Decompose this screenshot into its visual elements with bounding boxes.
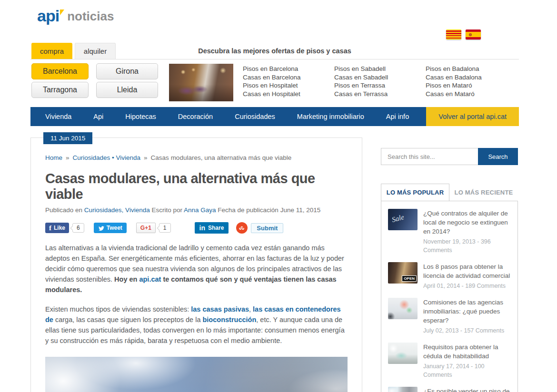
bioconstruccion-link[interactable]: bioconstrucción: [202, 316, 256, 323]
link-pisos-badalona[interactable]: Pisos en Badalona: [426, 65, 517, 73]
casas-pasivas-link[interactable]: las casas pasivas: [191, 305, 249, 313]
post-meta: January 17, 2014 - 100 Comments: [423, 362, 511, 379]
property-links: Pisos en Barcelona Casas en Barcelona Pi…: [243, 65, 517, 102]
post-thumbnail-hands: [388, 298, 418, 319]
nav-item-api[interactable]: Api: [86, 113, 110, 120]
search-input[interactable]: [381, 148, 478, 165]
popular-post-1[interactable]: Sale ¿Qué contratos de alquiler de local…: [381, 201, 517, 255]
header-slogan: Descubra las mejores ofertas de pisos y …: [30, 47, 519, 55]
post-title: Requisitos para obtener la cédula de hab…: [423, 343, 511, 361]
social-share-row: fLike 6 Tweet G+1 1 inShare Submit: [45, 222, 348, 234]
link-casas-terrassa[interactable]: Casas en Terrassa: [334, 90, 426, 98]
link-pisos-hospitalet[interactable]: Pisos en Hospitalet: [243, 81, 334, 90]
tab-lo-mas-reciente[interactable]: LO MÁS RECIENTE: [449, 184, 518, 201]
nav-item-marketing[interactable]: Marketing inmobiliario: [290, 113, 371, 120]
link-pisos-sabadell[interactable]: Pisos en Sabadell: [334, 65, 426, 73]
link-pisos-terrassa[interactable]: Pisos en Terrassa: [334, 81, 426, 90]
property-search-band: Barcelona Girona Tarragona Lleida Pisos …: [30, 63, 519, 102]
post-title: ¿Es posible vender un piso de protección…: [423, 387, 511, 392]
link-casas-badalona[interactable]: Casas en Badalona: [426, 73, 517, 82]
main-navbar: Vivienda Api Hipotecas Decoración Curios…: [30, 107, 519, 126]
nav-item-decoracion[interactable]: Decoración: [171, 113, 220, 120]
post-thumbnail-sale: Sale: [388, 209, 418, 230]
stumbleupon-submit-button[interactable]: Submit: [251, 223, 283, 233]
post-title: Comisiones de las agencias inmobiliarias…: [423, 298, 511, 325]
city-buttons: Barcelona Girona Tarragona Lleida: [31, 63, 158, 102]
link-casas-barcelona[interactable]: Casas en Barcelona: [243, 73, 334, 82]
apartment-photo-thumbnail[interactable]: [169, 64, 233, 101]
post-meta: July 02, 2013 - 157 Comments: [423, 326, 511, 335]
pubdate-value: June 11, 2015: [280, 206, 321, 214]
portal-button[interactable]: Volver al portal api.cat: [426, 107, 519, 126]
popular-post-5[interactable]: ¿Es posible vender un piso de protección…: [381, 379, 517, 392]
post-title: Los 8 pasos para obtener la licencia de …: [423, 262, 511, 280]
twitter-bird-icon: [98, 225, 104, 231]
article-card: 11 Jun 2015 Home»Curiosidades • Vivienda…: [30, 137, 362, 392]
facebook-like-button[interactable]: fLike: [45, 223, 69, 233]
linkedin-share-button[interactable]: inShare: [195, 222, 229, 234]
category-links[interactable]: Curiosidades, Vivienda: [84, 206, 150, 214]
city-button-tarragona[interactable]: Tarragona: [31, 82, 89, 98]
breadcrumb-home[interactable]: Home: [45, 154, 62, 161]
apicat-link[interactable]: api.cat: [139, 275, 161, 283]
published-label: Publicado en: [45, 206, 82, 214]
page: api noticias compra alquiler Descubra la…: [0, 0, 557, 392]
post-thumbnail-interior: [388, 343, 418, 364]
tweet-button[interactable]: Tweet: [94, 223, 127, 233]
nav-item-api-info[interactable]: Api info: [379, 113, 416, 120]
sidebar: Search LO MÁS POPULAR LO MÁS RECIENTE Sa…: [381, 137, 518, 392]
site-header: api noticias: [30, 0, 519, 26]
language-switcher: [446, 29, 481, 39]
site-search: Search: [381, 148, 518, 165]
tab-lo-mas-popular[interactable]: LO MÁS POPULAR: [381, 184, 449, 201]
buy-rent-tabstrip: compra alquiler Descubra las mejores ofe…: [30, 43, 519, 59]
author-label: Escrito por: [151, 206, 182, 214]
post-meta: April 01, 2014 - 189 Comments: [423, 282, 511, 290]
nav-item-vivienda[interactable]: Vivienda: [38, 113, 79, 120]
city-button-barcelona[interactable]: Barcelona: [31, 63, 89, 79]
post-thumbnail-building: [388, 387, 418, 392]
post-title: ¿Qué contratos de alquiler de local de n…: [423, 209, 511, 236]
sidebar-tabs: LO MÁS POPULAR LO MÁS RECIENTE: [381, 184, 518, 201]
logo-api-text: api: [37, 9, 59, 23]
linkedin-in-icon: in: [199, 224, 205, 232]
popular-post-3[interactable]: Comisiones de las agencias inmobiliarias…: [381, 290, 517, 335]
breadcrumb-category[interactable]: Curiosidades • Vivienda: [73, 154, 141, 161]
link-pisos-mataro[interactable]: Pisos en Mataró: [426, 81, 517, 90]
article-paragraph-2: Existen muchos tipos de viviendas sosten…: [45, 304, 348, 346]
popular-posts-panel: Sale ¿Qué contratos de alquiler de local…: [381, 201, 518, 392]
logo-flag-icon: [60, 10, 64, 15]
popular-post-2[interactable]: OPEN Los 8 pasos para obtener la licenci…: [381, 255, 517, 290]
breadcrumb-separator: »: [144, 154, 148, 161]
date-badge: 11 Jun 2015: [43, 132, 92, 144]
nav-item-hipotecas[interactable]: Hipotecas: [118, 113, 163, 120]
breadcrumb-separator: »: [66, 154, 70, 161]
stumbleupon-icon[interactable]: [236, 222, 248, 234]
breadcrumb-current: Casas modulares, una alternativa más que…: [151, 154, 292, 161]
link-casas-mataro[interactable]: Casas en Mataró: [426, 90, 517, 98]
link-casas-hospitalet[interactable]: Casas en Hospitalet: [243, 90, 334, 98]
google-plus-one-button[interactable]: G+1: [136, 223, 156, 233]
logo-noticias-text: noticias: [67, 9, 114, 24]
popular-post-4[interactable]: Requisitos para obtener la cédula de hab…: [381, 335, 517, 379]
facebook-like-count: 6: [72, 223, 84, 233]
google-plus-count: 1: [159, 223, 171, 233]
spain-flag-icon[interactable]: [466, 29, 481, 39]
link-pisos-barcelona[interactable]: Pisos en Barcelona: [243, 65, 334, 73]
page-title: Casas modulares, una alternativa más que…: [45, 171, 348, 202]
facebook-f-icon: f: [49, 224, 51, 232]
article-paragraph-1: Las alternativas a la vivienda tradicion…: [45, 243, 348, 295]
post-thumbnail-open-sign: OPEN: [388, 262, 418, 284]
city-button-girona[interactable]: Girona: [96, 63, 158, 79]
author-link[interactable]: Anna Gaya: [184, 206, 216, 214]
nav-item-curiosidades[interactable]: Curiosidades: [228, 113, 282, 120]
article-sky-image: [45, 357, 348, 392]
link-casas-sabadell[interactable]: Casas en Sabadell: [334, 73, 426, 82]
site-logo[interactable]: api noticias: [37, 9, 114, 24]
city-button-lleida[interactable]: Lleida: [96, 82, 158, 98]
post-meta: November 19, 2013 - 396 Comments: [423, 237, 511, 255]
breadcrumb: Home»Curiosidades • Vivienda»Casas modul…: [45, 154, 348, 161]
pubdate-label: Fecha de publicación: [218, 206, 278, 214]
search-button[interactable]: Search: [478, 148, 518, 165]
catalonia-flag-icon[interactable]: [446, 29, 461, 39]
